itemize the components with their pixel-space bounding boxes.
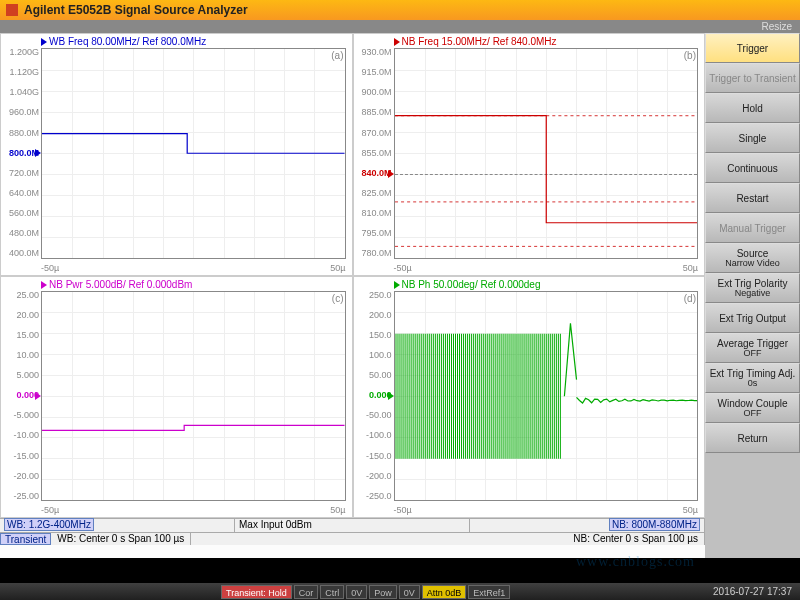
ref-marker-icon bbox=[35, 392, 41, 400]
hold-indicator: Transient: Hold bbox=[221, 585, 292, 599]
menu-ext-trig-timing-adj-[interactable]: Ext Trig Timing Adj.0s bbox=[705, 363, 800, 393]
bb-extref1[interactable]: ExtRef1 bbox=[468, 585, 510, 599]
menu-trigger[interactable]: Trigger bbox=[705, 33, 800, 63]
plot-area bbox=[41, 291, 346, 502]
side-menu: TriggerTrigger to TransientHoldSingleCon… bbox=[705, 33, 800, 558]
chart-title: WB Freq 80.00MHz/ Ref 800.0MHz bbox=[41, 36, 206, 47]
transient-row: Transient WB: Center 0 s Span 100 µs NB:… bbox=[0, 532, 705, 545]
bb-attn-0db[interactable]: Attn 0dB bbox=[422, 585, 467, 599]
menu-trigger-to-transient: Trigger to Transient bbox=[705, 63, 800, 93]
menu-source[interactable]: SourceNarrow Video bbox=[705, 243, 800, 273]
app-title: Agilent E5052B Signal Source Analyzer bbox=[24, 3, 248, 17]
transient-wb: WB: Center 0 s Span 100 µs bbox=[51, 533, 191, 545]
chart-title: NB Ph 50.00deg/ Ref 0.000deg bbox=[394, 279, 541, 290]
x-axis-labels: -50µ50µ bbox=[394, 263, 699, 273]
plot-area bbox=[394, 48, 699, 259]
transient-tag: Transient bbox=[0, 533, 51, 545]
timestamp: 2016-07-27 17:37 bbox=[705, 586, 800, 597]
transient-nb: NB: Center 0 s Span 100 µs bbox=[567, 533, 705, 545]
bb-pow[interactable]: Pow bbox=[369, 585, 397, 599]
chart-title: NB Pwr 5.000dB/ Ref 0.000dBm bbox=[41, 279, 192, 290]
bottom-bar: Transient: Hold CorCtrl0VPow0VAttn 0dBEx… bbox=[0, 583, 800, 600]
app-icon bbox=[6, 4, 18, 16]
x-axis-labels: -50µ50µ bbox=[41, 505, 346, 515]
menu-manual-trigger: Manual Trigger bbox=[705, 213, 800, 243]
bb-0v[interactable]: 0V bbox=[399, 585, 420, 599]
main-area: WB Freq 80.00MHz/ Ref 800.0MHz(a)1.200G1… bbox=[0, 33, 800, 558]
menu-ext-trig-output[interactable]: Ext Trig Output bbox=[705, 303, 800, 333]
menu-single[interactable]: Single bbox=[705, 123, 800, 153]
chart-grid: WB Freq 80.00MHz/ Ref 800.0MHz(a)1.200G1… bbox=[0, 33, 705, 518]
status-wb: WB: 1.2G-400MHz bbox=[0, 519, 235, 532]
y-axis-labels: 250.0200.0150.0100.050.000.000-50.00-100… bbox=[354, 291, 392, 502]
resize-bar[interactable]: Resize bbox=[0, 20, 800, 33]
bottom-buttons: CorCtrl0VPow0VAttn 0dBExtRef1 bbox=[293, 585, 512, 599]
chart-b[interactable]: NB Freq 15.00MHz/ Ref 840.0MHz(b)930.0M9… bbox=[353, 33, 706, 276]
plot-area bbox=[41, 48, 346, 259]
bb-ctrl[interactable]: Ctrl bbox=[320, 585, 344, 599]
menu-window-couple[interactable]: Window CoupleOFF bbox=[705, 393, 800, 423]
menu-hold[interactable]: Hold bbox=[705, 93, 800, 123]
chart-title: NB Freq 15.00MHz/ Ref 840.0MHz bbox=[394, 36, 557, 47]
status-maxinput: Max Input 0dBm bbox=[235, 519, 470, 532]
y-axis-labels: 25.0020.0015.0010.005.0000.000-5.000-10.… bbox=[1, 291, 39, 502]
x-axis-labels: -50µ50µ bbox=[41, 263, 346, 273]
y-axis-labels: 1.200G1.120G1.040G960.0M880.0M800.0M720.… bbox=[1, 48, 39, 259]
chart-d[interactable]: NB Ph 50.00deg/ Ref 0.000deg(d)250.0200.… bbox=[353, 276, 706, 519]
ref-marker-icon bbox=[388, 392, 394, 400]
bb-cor[interactable]: Cor bbox=[294, 585, 319, 599]
chart-area: WB Freq 80.00MHz/ Ref 800.0MHz(a)1.200G1… bbox=[0, 33, 705, 558]
menu-ext-trig-polarity[interactable]: Ext Trig PolarityNegative bbox=[705, 273, 800, 303]
ref-marker-icon bbox=[35, 149, 41, 157]
bb-0v[interactable]: 0V bbox=[346, 585, 367, 599]
chart-a[interactable]: WB Freq 80.00MHz/ Ref 800.0MHz(a)1.200G1… bbox=[0, 33, 353, 276]
x-axis-labels: -50µ50µ bbox=[394, 505, 699, 515]
titlebar: Agilent E5052B Signal Source Analyzer bbox=[0, 0, 800, 20]
y-axis-labels: 930.0M915.0M900.0M885.0M870.0M855.0M840.… bbox=[354, 48, 392, 259]
plot-area bbox=[394, 291, 699, 502]
menu-continuous[interactable]: Continuous bbox=[705, 153, 800, 183]
status-nb: NB: 800M-880MHz bbox=[470, 519, 705, 532]
menu-average-trigger[interactable]: Average TriggerOFF bbox=[705, 333, 800, 363]
menu-restart[interactable]: Restart bbox=[705, 183, 800, 213]
chart-c[interactable]: NB Pwr 5.000dB/ Ref 0.000dBm(c)25.0020.0… bbox=[0, 276, 353, 519]
status-row: WB: 1.2G-400MHz Max Input 0dBm NB: 800M-… bbox=[0, 518, 705, 532]
menu-return[interactable]: Return bbox=[705, 423, 800, 453]
ref-marker-icon bbox=[388, 170, 394, 178]
